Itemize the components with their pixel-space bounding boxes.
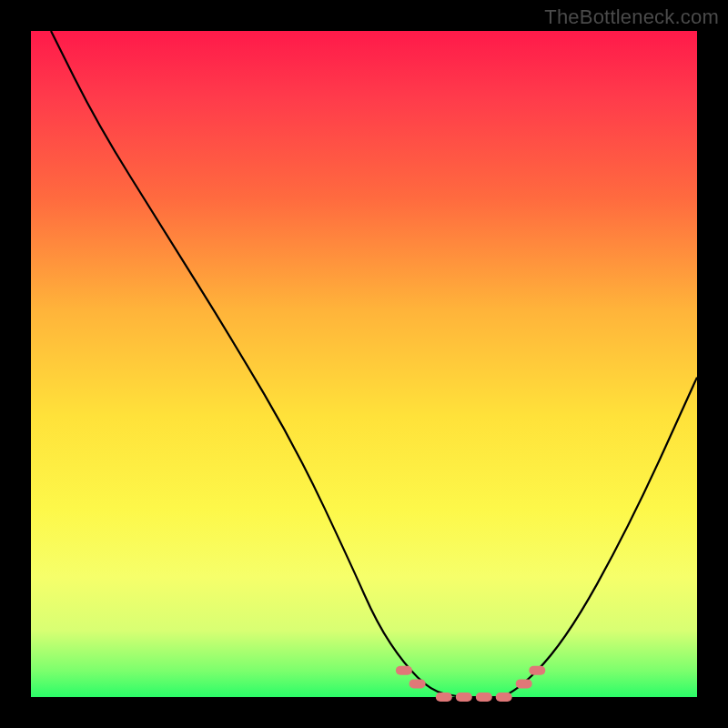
marker-dot: [410, 679, 426, 688]
watermark-text: TheBottleneck.com: [544, 5, 719, 29]
marker-dot: [496, 693, 512, 702]
curve-svg: [31, 31, 697, 697]
marker-dot: [529, 666, 545, 675]
chart-frame: TheBottleneck.com: [0, 0, 728, 728]
bottleneck-curve: [51, 31, 697, 697]
marker-dot: [476, 693, 492, 702]
marker-dot: [456, 693, 472, 702]
plot-area: [31, 31, 697, 697]
marker-dot: [516, 679, 532, 688]
marker-dot: [436, 693, 452, 702]
marker-dot: [396, 666, 412, 675]
optimal-range-markers: [396, 666, 545, 702]
